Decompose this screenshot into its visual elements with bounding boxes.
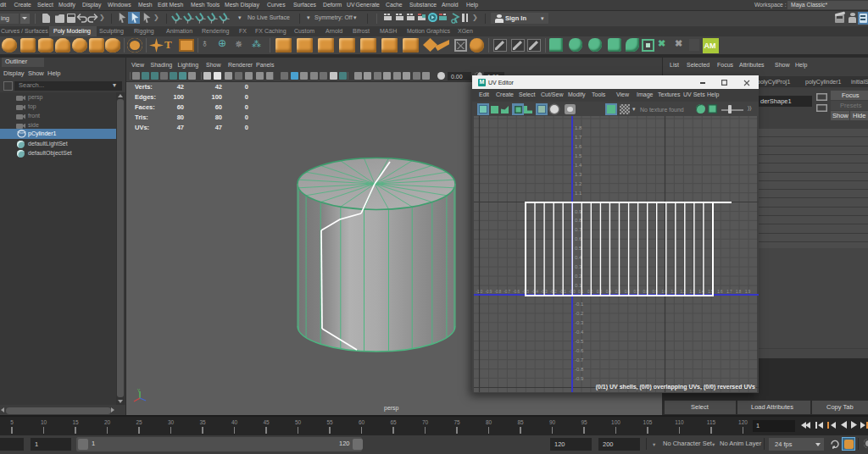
svg-text:0.1: 0.1	[578, 290, 584, 294]
svg-text:-1.0: -1.0	[476, 290, 483, 294]
svg-text:-0.9: -0.9	[575, 376, 584, 381]
svg-text:0.7: 0.7	[634, 290, 640, 294]
svg-text:-0.4: -0.4	[575, 329, 584, 335]
svg-text:-0.7: -0.7	[575, 357, 584, 363]
svg-text:-0.6: -0.6	[575, 348, 584, 353]
svg-text:0.6: 0.6	[625, 290, 631, 294]
svg-text:1.7: 1.7	[575, 135, 582, 140]
svg-text:-0.5: -0.5	[575, 339, 584, 344]
svg-text:-0.8: -0.8	[575, 367, 584, 372]
svg-text:1.8: 1.8	[736, 290, 742, 294]
svg-text:1.9: 1.9	[745, 290, 751, 294]
svg-text:-0.1: -0.1	[575, 302, 584, 307]
svg-text:1.1: 1.1	[575, 191, 582, 196]
svg-text:-0.2: -0.2	[575, 311, 584, 316]
svg-text:-0.3: -0.3	[575, 320, 584, 325]
svg-text:1.4: 1.4	[575, 163, 582, 168]
svg-text:0.5: 0.5	[615, 290, 621, 294]
svg-text:1.2: 1.2	[575, 181, 582, 186]
svg-text:-0.6: -0.6	[513, 290, 520, 294]
svg-text:1.7: 1.7	[726, 290, 732, 294]
svg-text:-0.8: -0.8	[494, 290, 501, 294]
svg-text:1.5: 1.5	[575, 153, 582, 158]
svg-text:-0.9: -0.9	[485, 290, 492, 294]
svg-text:0.2: 0.2	[587, 290, 593, 294]
svg-text:1.8: 1.8	[575, 125, 582, 130]
svg-text:1.3: 1.3	[575, 172, 582, 177]
svg-text:0.4: 0.4	[606, 290, 612, 294]
svg-text:0.3: 0.3	[597, 290, 603, 294]
svg-text:1.6: 1.6	[717, 290, 723, 294]
svg-text:1.6: 1.6	[575, 144, 582, 149]
svg-text:-0.7: -0.7	[504, 290, 510, 294]
